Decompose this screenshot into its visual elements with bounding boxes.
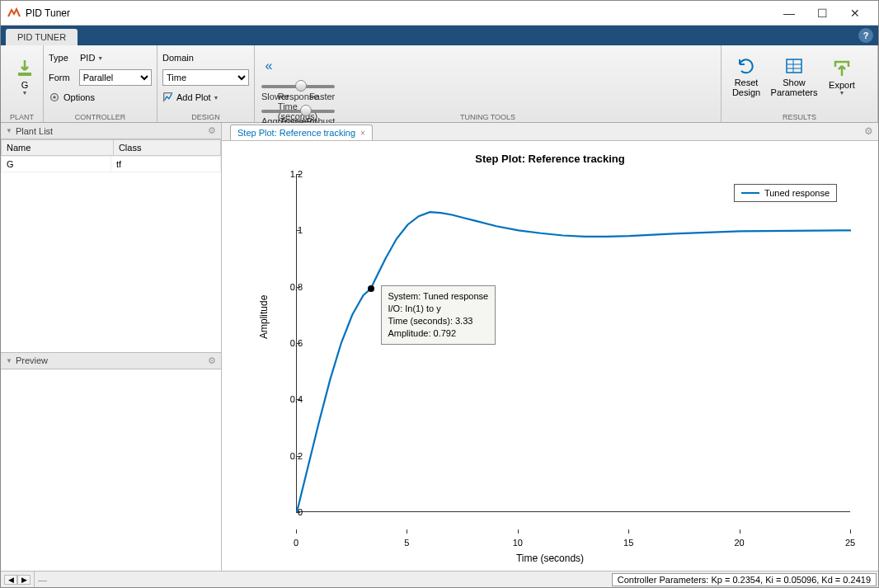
plot-tab-step[interactable]: Step Plot: Reference tracking × [230,125,373,140]
x-tick: 5 [404,538,409,548]
preview-header[interactable]: ▼ Preview ⚙ [1,353,221,369]
gear-icon[interactable]: ⚙ [208,125,216,136]
response-time-slider[interactable]: Slower Response Time (seconds) Faster [261,80,335,101]
ribbon-tabstrip: PID TUNER ? [1,26,878,45]
prev-arrow[interactable]: « [261,49,276,73]
col-class[interactable]: Class [113,140,220,156]
plant-table: NameClass [1,139,221,156]
form-label: Form [49,73,76,82]
x-tick: 10 [513,538,523,548]
toolstrip: G ▼ PLANT Type PID Form Parallel Options… [1,45,878,123]
minimize-button[interactable]: — [773,2,806,25]
section-label-results: RESULTS [722,113,877,121]
controller-parameters: Controller Parameters: Kp = 0.2354, Ki =… [612,573,877,586]
plant-list-panel: ▼ Plant List ⚙ NameClass Gtf [1,123,221,353]
plot-tabstrip: Step Plot: Reference tracking × ⚙ [222,123,878,141]
close-tab-icon[interactable]: × [360,129,365,138]
plant-list-header[interactable]: ▼ Plant List ⚙ [1,123,221,139]
help-button[interactable]: ? [858,28,873,43]
collapse-icon: ▼ [6,357,12,365]
gear-icon[interactable]: ⚙ [864,125,873,137]
x-tick: 20 [734,538,744,548]
section-label-design: DESIGN [157,113,254,121]
domain-select[interactable]: Time [162,69,249,86]
maximize-button[interactable]: ☐ [806,2,839,25]
x-tick: 15 [623,538,633,548]
x-axis-label: Time (seconds) [222,553,878,564]
sidebar: ▼ Plant List ⚙ NameClass Gtf ▼ Preview ⚙ [1,123,222,571]
export-button[interactable]: Export ▼ [822,49,862,105]
plant-table-body: Gtf [1,156,221,172]
table-icon [784,56,804,76]
plant-button-label: G [21,80,29,90]
collapse-icon: ▼ [6,127,12,134]
form-select[interactable]: Parallel [79,69,152,86]
col-name[interactable]: Name [2,140,114,156]
domain-label: Domain [162,53,194,63]
status-bar: ◀▶ — Controller Parameters: Kp = 0.2354,… [1,571,878,587]
svg-rect-0 [18,73,31,76]
section-plant: G ▼ PLANT [1,45,44,122]
legend[interactable]: Tuned response [734,184,837,202]
type-dropdown[interactable]: PID [80,53,103,63]
add-plot-button[interactable]: Add Plot [162,88,249,106]
export-icon [832,59,852,78]
close-button[interactable]: ✕ [839,2,872,25]
data-tip: System: Tuned response I/O: In(1) to y T… [381,285,496,344]
window-title: PID Tuner [26,7,773,19]
plant-button[interactable]: G ▼ [6,49,44,105]
show-parameters-button[interactable]: Show Parameters [768,49,820,105]
type-label: Type [49,53,77,63]
table-row[interactable]: Gtf [2,157,221,172]
scroll-buttons[interactable]: ◀▶ [4,575,31,585]
section-controller: Type PID Form Parallel Options CONTROLLE… [44,45,157,122]
app-logo-icon [7,7,21,20]
section-design: Domain Time Add Plot DESIGN [157,45,255,122]
section-label-tuning: TUNING TOOLS [255,113,721,121]
legend-swatch [741,192,759,194]
svg-rect-3 [787,59,801,73]
plot-icon [162,92,174,103]
y-axis-label: Amplitude [258,295,270,339]
gear-icon [49,92,60,103]
chart-title: Step Plot: Reference tracking [222,153,878,165]
section-label-plant: PLANT [1,113,43,121]
section-label-controller: CONTROLLER [44,113,157,121]
gear-icon[interactable]: ⚙ [208,355,216,366]
reset-design-button[interactable]: Reset Design [726,49,766,105]
preview-body [1,369,221,571]
section-results: Reset Design Show Parameters Export ▼ RE… [722,45,878,122]
import-plant-icon [15,59,35,78]
section-tuning: « Slower Response Time (seconds) Faster … [255,45,722,122]
preview-panel: ▼ Preview ⚙ [1,353,221,571]
axes: Tuned response System: Tuned response I/… [296,174,850,512]
data-point-marker [368,285,374,292]
x-tick: 25 [845,538,855,548]
main-area: ▼ Plant List ⚙ NameClass Gtf ▼ Preview ⚙… [1,123,878,571]
plot-canvas[interactable]: Step Plot: Reference tracking Tuned resp… [222,141,878,571]
options-button[interactable]: Options [49,88,152,106]
svg-point-2 [53,96,56,99]
plot-area: Step Plot: Reference tracking × ⚙ Step P… [222,123,878,571]
undo-icon [736,56,756,76]
title-bar: PID Tuner — ☐ ✕ [1,1,878,26]
x-tick: 0 [294,538,298,548]
tab-pid-tuner[interactable]: PID TUNER [6,29,78,45]
